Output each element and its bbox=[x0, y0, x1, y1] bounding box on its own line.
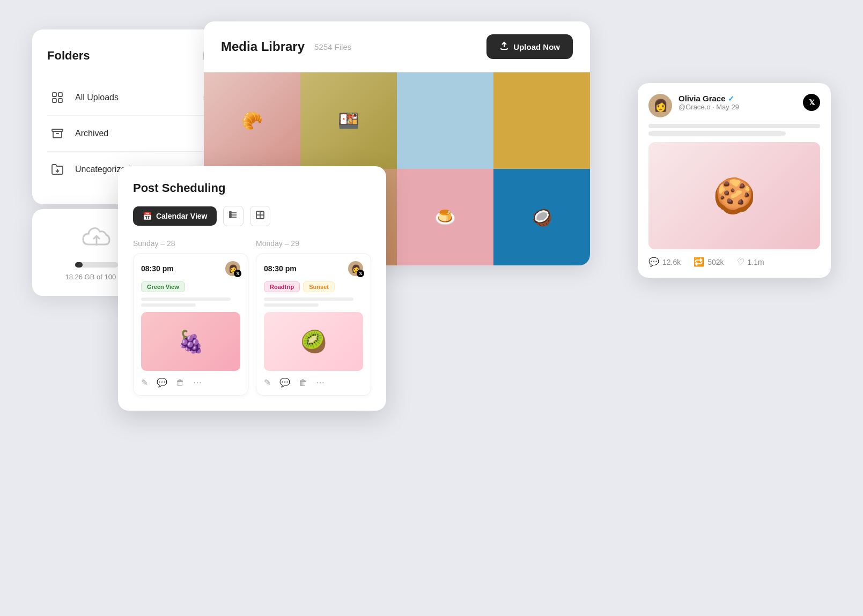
list-view-icon bbox=[228, 210, 238, 222]
media-image-3 bbox=[397, 72, 493, 169]
x-platform-icon: 𝕏 bbox=[803, 94, 820, 111]
retweet-stat-icon: 🔁 bbox=[694, 257, 704, 267]
svg-rect-0 bbox=[53, 93, 56, 97]
post-platform-badge-sunday: 𝕏 bbox=[234, 270, 241, 277]
retweet-count: 502k bbox=[707, 258, 724, 266]
post-image-monday: 🥝 bbox=[264, 312, 363, 371]
sidebar-item-archived[interactable]: Archived 30 bbox=[47, 116, 221, 152]
post-platform-badge-monday: 𝕏 bbox=[357, 270, 364, 277]
sunday-column: Sunday – 28 08:30 pm 👩 𝕏 Green View bbox=[133, 239, 248, 396]
scene: Folders + All Uploads 5254 bbox=[0, 0, 863, 616]
post-image-content-sunday: 🍇 bbox=[141, 312, 240, 371]
edit-icon-monday[interactable]: ✎ bbox=[264, 377, 271, 388]
calendar-icon: 📅 bbox=[143, 212, 152, 220]
cloud-upload-icon bbox=[80, 224, 113, 257]
more-icon-sunday[interactable]: ⋯ bbox=[193, 377, 202, 388]
user-display-name: Olivia Grace bbox=[678, 94, 726, 103]
media-item-2[interactable]: 🍱 bbox=[300, 72, 397, 169]
comment-stat: 💬 12.6k bbox=[648, 257, 681, 267]
sunday-post-card: 08:30 pm 👩 𝕏 Green View 🍇 bbox=[133, 253, 248, 396]
post-text-sunday bbox=[141, 298, 240, 307]
edit-icon-sunday[interactable]: ✎ bbox=[141, 377, 148, 388]
media-image-8: 🥥 bbox=[493, 169, 590, 265]
post-scheduling-panel: Post Scheduling 📅 Calendar View bbox=[118, 166, 386, 411]
media-item-3[interactable] bbox=[397, 72, 493, 169]
split-view-icon bbox=[255, 210, 265, 222]
more-icon-monday[interactable]: ⋯ bbox=[316, 377, 324, 388]
post-time-sunday: 08:30 pm bbox=[141, 264, 174, 273]
media-header: Media Library 5254 Files Upload Now bbox=[204, 21, 590, 72]
post-tags-monday: Roadtrip Sunset bbox=[264, 281, 363, 292]
comment-stat-icon: 💬 bbox=[648, 257, 659, 267]
monday-post-card: 08:30 pm 👩 𝕏 Roadtrip Sunset bbox=[256, 253, 371, 396]
media-image-2: 🍱 bbox=[300, 72, 397, 169]
social-post-text bbox=[648, 124, 820, 136]
media-item-1[interactable]: 🥐 bbox=[204, 72, 300, 169]
verified-badge-icon: ✓ bbox=[728, 94, 734, 103]
post-tags-sunday: Green View bbox=[141, 281, 240, 292]
avatar: 👩 bbox=[648, 94, 672, 117]
social-image-content: 🍪 bbox=[648, 142, 820, 249]
svg-rect-1 bbox=[58, 93, 62, 97]
svg-rect-4 bbox=[52, 129, 63, 131]
post-actions-sunday: ✎ 💬 🗑 ⋯ bbox=[141, 377, 240, 388]
social-username: Olivia Grace ✓ bbox=[678, 94, 796, 103]
social-post-image: 🍪 bbox=[648, 142, 820, 249]
storage-bar bbox=[75, 262, 118, 268]
trash-icon-monday[interactable]: 🗑 bbox=[299, 378, 307, 388]
upload-now-label: Upload Now bbox=[513, 42, 560, 51]
svg-rect-2 bbox=[53, 99, 56, 102]
svg-rect-3 bbox=[58, 99, 62, 102]
upload-icon bbox=[499, 41, 509, 53]
post-card-header-monday: 08:30 pm 👩 𝕏 bbox=[264, 261, 363, 276]
social-preview-panel: 👩 Olivia Grace ✓ @Grace.o · May 29 𝕏 🍪 💬… bbox=[638, 83, 831, 278]
media-item-4[interactable] bbox=[493, 72, 590, 169]
post-card-header-sunday: 08:30 pm 👩 𝕏 bbox=[141, 261, 240, 276]
calendar-view-button[interactable]: 📅 Calendar View bbox=[133, 206, 217, 226]
sunday-label: Sunday – 28 bbox=[133, 239, 248, 248]
monday-column: Monday – 29 08:30 pm 👩 𝕏 Roadtrip Sunset bbox=[256, 239, 371, 396]
upload-now-button[interactable]: Upload Now bbox=[486, 34, 573, 59]
comment-count: 12.6k bbox=[662, 258, 681, 266]
retweet-stat: 🔁 502k bbox=[694, 257, 724, 267]
post-time-monday: 08:30 pm bbox=[264, 264, 297, 273]
monday-label: Monday – 29 bbox=[256, 239, 371, 248]
media-library-title: Media Library bbox=[221, 39, 305, 54]
tag-roadtrip: Roadtrip bbox=[264, 281, 300, 292]
post-image-content-monday: 🥝 bbox=[264, 312, 363, 371]
folders-title: Folders bbox=[47, 49, 90, 63]
scheduling-toolbar: 📅 Calendar View bbox=[133, 206, 371, 226]
split-view-toggle[interactable] bbox=[250, 206, 270, 226]
post-actions-monday: ✎ 💬 🗑 ⋯ bbox=[264, 377, 363, 388]
like-count: 1.1m bbox=[748, 258, 764, 266]
tag-sunset: Sunset bbox=[303, 281, 335, 292]
list-view-toggle[interactable] bbox=[223, 206, 244, 226]
media-image-7: 🍮 bbox=[397, 169, 493, 265]
media-image-1: 🥐 bbox=[204, 72, 300, 169]
comment-icon-monday[interactable]: 💬 bbox=[279, 377, 290, 388]
social-post-header: 👩 Olivia Grace ✓ @Grace.o · May 29 𝕏 bbox=[648, 94, 820, 117]
social-user-info: Olivia Grace ✓ @Grace.o · May 29 bbox=[678, 94, 796, 111]
post-scheduling-title: Post Scheduling bbox=[133, 181, 371, 195]
social-engagement-stats: 💬 12.6k 🔁 502k ♡ 1.1m bbox=[648, 257, 820, 267]
archived-label: Archived bbox=[75, 129, 212, 138]
media-image-4 bbox=[493, 72, 590, 169]
text-line-2 bbox=[648, 131, 786, 136]
sidebar-item-all-uploads[interactable]: All Uploads 5254 bbox=[47, 80, 221, 116]
archive-icon bbox=[47, 123, 68, 144]
media-item-8[interactable]: 🥥 bbox=[493, 169, 590, 265]
schedule-columns: Sunday – 28 08:30 pm 👩 𝕏 Green View bbox=[133, 239, 371, 396]
like-stat: ♡ 1.1m bbox=[737, 257, 764, 267]
comment-icon-sunday[interactable]: 💬 bbox=[157, 377, 167, 388]
folders-header: Folders + bbox=[47, 47, 221, 65]
text-line-1 bbox=[648, 124, 820, 128]
media-item-7[interactable]: 🍮 bbox=[397, 169, 493, 265]
grid-icon bbox=[47, 87, 68, 108]
social-handle: @Grace.o · May 29 bbox=[678, 103, 796, 111]
post-image-sunday: 🍇 bbox=[141, 312, 240, 371]
all-uploads-label: All Uploads bbox=[75, 93, 203, 102]
media-file-count: 5254 Files bbox=[314, 42, 486, 51]
storage-bar-fill bbox=[75, 262, 83, 268]
calendar-view-label: Calendar View bbox=[156, 212, 207, 220]
trash-icon-sunday[interactable]: 🗑 bbox=[176, 378, 185, 388]
